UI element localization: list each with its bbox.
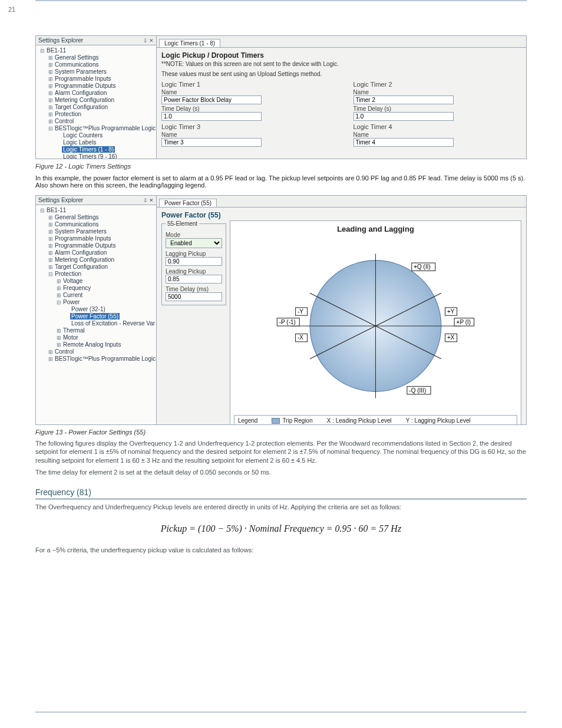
tree-item[interactable]: Power Factor (55) [70, 313, 120, 319]
tree-item[interactable]: Frequency [62, 285, 92, 291]
tree-expand-icon[interactable]: ⊞ [48, 69, 54, 75]
tree-expand-icon[interactable]: ⊞ [48, 83, 54, 89]
timer-name-input[interactable] [353, 95, 454, 104]
tree-expand-icon[interactable]: ⊞ [48, 62, 54, 68]
tab-logic-timers[interactable]: Logic Timers (1 - 8) [159, 39, 220, 47]
tree-expand-icon[interactable]: ⊞ [48, 118, 54, 124]
tree-expand-icon[interactable]: ⊟ [56, 299, 62, 305]
tree-item[interactable]: BESTlogic™Plus Programmable Logic [54, 125, 156, 131]
tree-item[interactable]: Logic Counters [62, 132, 104, 139]
timer-name-label: Name [161, 89, 330, 95]
tree-expand-icon[interactable]: ⊞ [48, 55, 54, 61]
timer-name-label: Name [353, 131, 522, 138]
tree-expand-icon[interactable]: ⊞ [48, 104, 54, 110]
mode-label: Mode [166, 232, 222, 238]
tree-item[interactable]: Programmable Outputs [54, 242, 117, 249]
tree-item[interactable]: Alarm Configuration [54, 249, 108, 256]
settings-tree[interactable]: ⊟BE1-11 ⊞General Settings⊞Communications… [36, 45, 156, 159]
timedelay-input[interactable] [166, 292, 222, 301]
tree-expand-icon[interactable]: ⊞ [48, 264, 54, 270]
settings-tree-2[interactable]: ⊟BE1-11 ⊞General Settings⊞Communications… [36, 205, 156, 365]
tree-item[interactable]: Target Configuration [54, 104, 109, 110]
tree-item[interactable]: Loss of Excitation - Reverse Var Based [70, 320, 156, 327]
tree-collapse-icon[interactable]: ⊟ [39, 207, 45, 213]
timer-name-input[interactable] [161, 95, 262, 104]
tree-expand-icon[interactable]: ⊞ [56, 285, 62, 291]
tree-item[interactable]: General Settings [54, 54, 100, 61]
bottom-rule [35, 711, 527, 713]
tree-item[interactable]: Power (32-1) [70, 306, 107, 312]
tree-expand-icon[interactable]: ⊞ [56, 335, 62, 341]
tree-item[interactable]: Protection [54, 271, 82, 277]
tree-item[interactable]: Protection [54, 111, 82, 117]
pin-icon[interactable]: ⇩ [143, 38, 148, 44]
leading-input[interactable] [166, 275, 222, 284]
timer-title: Logic Timer 2 [353, 81, 522, 88]
tree-item[interactable]: Voltage [62, 278, 84, 284]
tab-power-factor[interactable]: Power Factor (55) [159, 199, 217, 207]
tree-item[interactable]: Communications [54, 61, 100, 68]
settings-explorer-pane: Settings Explorer ⇩ ✕ ⊟BE1-11 ⊞General S… [36, 36, 157, 159]
timer-name-input[interactable] [353, 138, 454, 147]
tree-item[interactable]: Logic Timers (1 - 8) [62, 146, 115, 153]
mode-select[interactable]: Enabled [166, 238, 222, 248]
lbl-minus-p: -P (-1) [279, 319, 296, 325]
tree-expand-icon[interactable]: ⊞ [48, 349, 54, 355]
tree-expand-icon[interactable]: ⊞ [48, 243, 54, 249]
tree-item[interactable]: Programmable Inputs [54, 235, 113, 242]
tree-expand-icon[interactable]: ⊞ [48, 76, 54, 82]
tree-expand-icon[interactable]: ⊞ [48, 356, 54, 362]
tree-root-2[interactable]: BE1-11 [45, 207, 67, 213]
close-icon[interactable]: ✕ [149, 197, 154, 203]
timer-delay-label: Time Delay (s) [353, 106, 522, 112]
tree-expand-icon[interactable]: ⊞ [48, 250, 54, 256]
tree-root[interactable]: BE1-11 [45, 47, 67, 54]
tree-item[interactable]: Programmable Outputs [54, 83, 117, 89]
tree-expand-icon[interactable]: ⊟ [48, 271, 54, 277]
tree-expand-icon[interactable]: ⊞ [56, 342, 62, 348]
tree-item[interactable]: Remote Analog Inputs [62, 341, 122, 348]
tree-item[interactable]: Logic Labels [62, 139, 97, 146]
tree-expand-icon[interactable]: ⊞ [48, 90, 54, 96]
tree-expand-icon[interactable]: ⊞ [48, 97, 54, 103]
tree-item[interactable]: Control [54, 348, 75, 355]
close-icon[interactable]: ✕ [149, 38, 154, 44]
tree-item[interactable]: Metering Configuration [54, 256, 115, 263]
tree-item[interactable]: Alarm Configuration [54, 90, 108, 96]
tree-expand-icon[interactable]: ⊞ [48, 111, 54, 117]
tree-expand-icon[interactable]: ⊞ [48, 257, 54, 263]
tree-expand-icon[interactable]: ⊞ [56, 292, 62, 298]
tree-item[interactable]: Power [62, 299, 81, 305]
lagging-input[interactable] [166, 257, 222, 266]
tree-item[interactable]: BESTlogic™Plus Programmable Logic [54, 355, 156, 362]
tree-expand-icon[interactable]: ⊞ [56, 278, 62, 284]
tree-expand-icon[interactable]: ⊞ [48, 236, 54, 242]
tree-expand-icon[interactable]: ⊟ [48, 126, 54, 131]
tree-item[interactable]: Control [54, 118, 75, 124]
tree-item[interactable]: Current [62, 292, 84, 298]
tree-item[interactable]: Target Configuration [54, 263, 109, 270]
tree-expand-icon[interactable]: ⊞ [48, 222, 54, 228]
tree-collapse-icon[interactable]: ⊟ [39, 48, 45, 54]
timer-delay-input[interactable] [353, 112, 454, 121]
settings-explorer-pane-2: Settings Explorer ⇩ ✕ ⊟BE1-11 ⊞General S… [36, 196, 157, 424]
tree-item[interactable]: Communications [54, 221, 100, 228]
figure-13-caption: Figure 13 - Power Factor Settings (55) [35, 429, 527, 436]
tree-item[interactable]: Metering Configuration [54, 97, 115, 103]
pin-icon[interactable]: ⇩ [143, 197, 148, 203]
tree-item[interactable]: System Parameters [54, 228, 108, 235]
pane-window-buttons-2: ⇩ ✕ [143, 197, 154, 203]
tree-expand-icon[interactable]: ⊞ [56, 328, 62, 334]
timer-name-input[interactable] [161, 138, 262, 147]
tree-item[interactable]: Motor [62, 334, 80, 341]
timer-delay-input[interactable] [161, 112, 262, 121]
tree-item[interactable]: Thermal [62, 327, 86, 334]
tree-item[interactable]: System Parameters [54, 68, 108, 75]
tree-item[interactable]: General Settings [54, 214, 100, 220]
content-heading-2: Power Factor (55) [161, 211, 521, 219]
tree-item[interactable]: Logic Timers (9 - 16) [62, 153, 118, 159]
tree-expand-icon[interactable]: ⊞ [48, 229, 54, 235]
tree-expand-icon[interactable]: ⊞ [48, 215, 54, 220]
freq-paragraph-1: The Overfrequency and Underfrequency Pic… [35, 503, 527, 511]
tree-item[interactable]: Programmable Inputs [54, 75, 113, 82]
